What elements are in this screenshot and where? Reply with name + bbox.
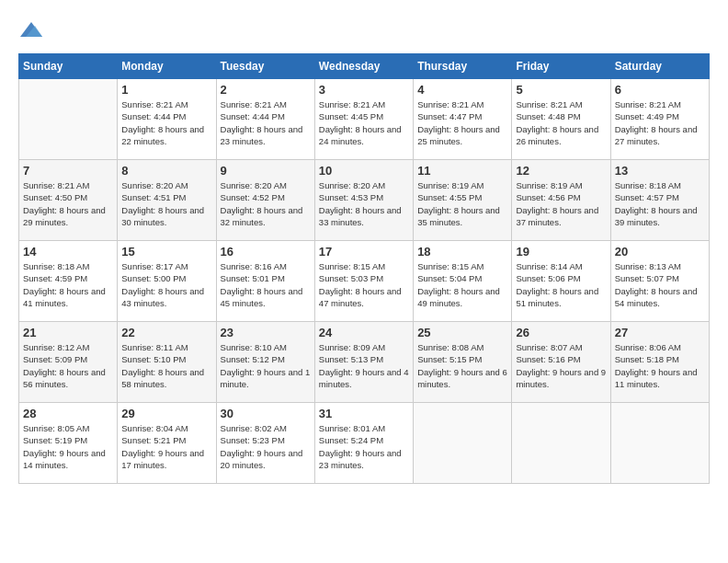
calendar-cell — [414, 403, 512, 484]
day-number: 7 — [23, 164, 113, 178]
day-info: Sunrise: 8:21 AMSunset: 4:44 PMDaylight:… — [221, 98, 311, 147]
day-info: Sunrise: 8:10 AMSunset: 5:12 PMDaylight:… — [221, 341, 311, 390]
col-header-saturday: Saturday — [610, 54, 709, 79]
day-info: Sunrise: 8:06 AMSunset: 5:18 PMDaylight:… — [615, 341, 705, 390]
col-header-thursday: Thursday — [414, 54, 512, 79]
day-number: 12 — [516, 164, 606, 178]
day-number: 18 — [417, 245, 507, 259]
calendar-week-4: 21Sunrise: 8:12 AMSunset: 5:09 PMDayligh… — [19, 322, 710, 403]
day-info: Sunrise: 8:21 AMSunset: 4:49 PMDaylight:… — [615, 98, 705, 147]
day-info: Sunrise: 8:18 AMSunset: 4:57 PMDaylight:… — [615, 179, 705, 228]
day-number: 15 — [121, 245, 211, 259]
calendar-cell: 25Sunrise: 8:08 AMSunset: 5:15 PMDayligh… — [414, 322, 512, 403]
col-header-friday: Friday — [512, 54, 610, 79]
calendar-cell: 23Sunrise: 8:10 AMSunset: 5:12 PMDayligh… — [216, 322, 314, 403]
day-number: 5 — [516, 83, 606, 97]
calendar-cell: 5Sunrise: 8:21 AMSunset: 4:48 PMDaylight… — [512, 79, 610, 160]
calendar-cell: 13Sunrise: 8:18 AMSunset: 4:57 PMDayligh… — [610, 160, 709, 241]
day-number: 14 — [23, 245, 113, 259]
calendar-cell: 17Sunrise: 8:15 AMSunset: 5:03 PMDayligh… — [314, 241, 413, 322]
calendar-cell: 7Sunrise: 8:21 AMSunset: 4:50 PMDaylight… — [19, 160, 118, 241]
calendar-cell: 27Sunrise: 8:06 AMSunset: 5:18 PMDayligh… — [610, 322, 709, 403]
calendar-cell: 18Sunrise: 8:15 AMSunset: 5:04 PMDayligh… — [414, 241, 512, 322]
day-number: 27 — [615, 326, 705, 339]
calendar-header-row: SundayMondayTuesdayWednesdayThursdayFrid… — [19, 54, 710, 79]
logo — [18, 18, 46, 44]
calendar-cell: 26Sunrise: 8:07 AMSunset: 5:16 PMDayligh… — [512, 322, 610, 403]
day-number: 8 — [121, 164, 211, 178]
day-number: 26 — [516, 326, 606, 339]
col-header-tuesday: Tuesday — [216, 54, 314, 79]
calendar-cell: 16Sunrise: 8:16 AMSunset: 5:01 PMDayligh… — [216, 241, 314, 322]
calendar-cell: 22Sunrise: 8:11 AMSunset: 5:10 PMDayligh… — [118, 322, 216, 403]
logo-icon — [18, 18, 44, 44]
day-number: 6 — [615, 83, 705, 97]
day-number: 23 — [221, 326, 311, 339]
day-number: 21 — [23, 326, 113, 339]
day-info: Sunrise: 8:08 AMSunset: 5:15 PMDaylight:… — [417, 341, 507, 390]
day-info: Sunrise: 8:19 AMSunset: 4:55 PMDaylight:… — [417, 179, 507, 228]
day-number: 31 — [319, 407, 409, 420]
day-info: Sunrise: 8:20 AMSunset: 4:52 PMDaylight:… — [221, 179, 311, 228]
day-number: 24 — [319, 326, 409, 339]
calendar-week-3: 14Sunrise: 8:18 AMSunset: 4:59 PMDayligh… — [19, 241, 710, 322]
day-info: Sunrise: 8:16 AMSunset: 5:01 PMDaylight:… — [221, 260, 311, 309]
day-number: 19 — [516, 245, 606, 259]
day-info: Sunrise: 8:17 AMSunset: 5:00 PMDaylight:… — [121, 260, 211, 309]
calendar-cell — [19, 79, 118, 160]
day-number: 29 — [121, 407, 211, 420]
col-header-wednesday: Wednesday — [314, 54, 413, 79]
page: SundayMondayTuesdayWednesdayThursdayFrid… — [0, 0, 728, 563]
day-info: Sunrise: 8:05 AMSunset: 5:19 PMDaylight:… — [23, 422, 113, 471]
calendar-cell: 10Sunrise: 8:20 AMSunset: 4:53 PMDayligh… — [314, 160, 413, 241]
calendar-cell: 21Sunrise: 8:12 AMSunset: 5:09 PMDayligh… — [19, 322, 118, 403]
day-info: Sunrise: 8:19 AMSunset: 4:56 PMDaylight:… — [516, 179, 606, 228]
day-number: 20 — [615, 245, 705, 259]
calendar-week-2: 7Sunrise: 8:21 AMSunset: 4:50 PMDaylight… — [19, 160, 710, 241]
calendar-cell: 29Sunrise: 8:04 AMSunset: 5:21 PMDayligh… — [118, 403, 216, 484]
col-header-monday: Monday — [118, 54, 216, 79]
day-info: Sunrise: 8:13 AMSunset: 5:07 PMDaylight:… — [615, 260, 705, 309]
calendar-cell: 2Sunrise: 8:21 AMSunset: 4:44 PMDaylight… — [216, 79, 314, 160]
day-info: Sunrise: 8:21 AMSunset: 4:50 PMDaylight:… — [23, 179, 113, 228]
day-info: Sunrise: 8:14 AMSunset: 5:06 PMDaylight:… — [516, 260, 606, 309]
calendar-cell: 28Sunrise: 8:05 AMSunset: 5:19 PMDayligh… — [19, 403, 118, 484]
calendar-cell: 24Sunrise: 8:09 AMSunset: 5:13 PMDayligh… — [314, 322, 413, 403]
col-header-sunday: Sunday — [19, 54, 118, 79]
day-info: Sunrise: 8:15 AMSunset: 5:03 PMDaylight:… — [319, 260, 409, 309]
calendar-cell: 12Sunrise: 8:19 AMSunset: 4:56 PMDayligh… — [512, 160, 610, 241]
day-number: 30 — [221, 407, 311, 420]
day-number: 11 — [417, 164, 507, 178]
calendar-cell: 8Sunrise: 8:20 AMSunset: 4:51 PMDaylight… — [118, 160, 216, 241]
day-number: 10 — [319, 164, 409, 178]
calendar-cell: 4Sunrise: 8:21 AMSunset: 4:47 PMDaylight… — [414, 79, 512, 160]
day-info: Sunrise: 8:01 AMSunset: 5:24 PMDaylight:… — [319, 422, 409, 471]
day-number: 28 — [23, 407, 113, 420]
day-info: Sunrise: 8:09 AMSunset: 5:13 PMDaylight:… — [319, 341, 409, 390]
calendar-cell — [512, 403, 610, 484]
day-info: Sunrise: 8:21 AMSunset: 4:44 PMDaylight:… — [121, 98, 211, 147]
calendar-cell: 15Sunrise: 8:17 AMSunset: 5:00 PMDayligh… — [118, 241, 216, 322]
day-info: Sunrise: 8:12 AMSunset: 5:09 PMDaylight:… — [23, 341, 113, 390]
calendar-cell: 14Sunrise: 8:18 AMSunset: 4:59 PMDayligh… — [19, 241, 118, 322]
calendar-cell: 1Sunrise: 8:21 AMSunset: 4:44 PMDaylight… — [118, 79, 216, 160]
calendar-cell — [610, 403, 709, 484]
day-number: 3 — [319, 83, 409, 97]
day-info: Sunrise: 8:20 AMSunset: 4:51 PMDaylight:… — [121, 179, 211, 228]
calendar-table: SundayMondayTuesdayWednesdayThursdayFrid… — [18, 53, 710, 484]
day-info: Sunrise: 8:18 AMSunset: 4:59 PMDaylight:… — [23, 260, 113, 309]
day-number: 4 — [417, 83, 507, 97]
calendar-cell: 11Sunrise: 8:19 AMSunset: 4:55 PMDayligh… — [414, 160, 512, 241]
day-info: Sunrise: 8:11 AMSunset: 5:10 PMDaylight:… — [121, 341, 211, 390]
day-info: Sunrise: 8:07 AMSunset: 5:16 PMDaylight:… — [516, 341, 606, 390]
calendar-cell: 30Sunrise: 8:02 AMSunset: 5:23 PMDayligh… — [216, 403, 314, 484]
calendar-week-1: 1Sunrise: 8:21 AMSunset: 4:44 PMDaylight… — [19, 79, 710, 160]
calendar-cell: 6Sunrise: 8:21 AMSunset: 4:49 PMDaylight… — [610, 79, 709, 160]
day-info: Sunrise: 8:20 AMSunset: 4:53 PMDaylight:… — [319, 179, 409, 228]
calendar-week-5: 28Sunrise: 8:05 AMSunset: 5:19 PMDayligh… — [19, 403, 710, 484]
day-number: 9 — [221, 164, 311, 178]
day-number: 17 — [319, 245, 409, 259]
day-number: 22 — [121, 326, 211, 339]
day-number: 2 — [221, 83, 311, 97]
day-info: Sunrise: 8:02 AMSunset: 5:23 PMDaylight:… — [221, 422, 311, 471]
